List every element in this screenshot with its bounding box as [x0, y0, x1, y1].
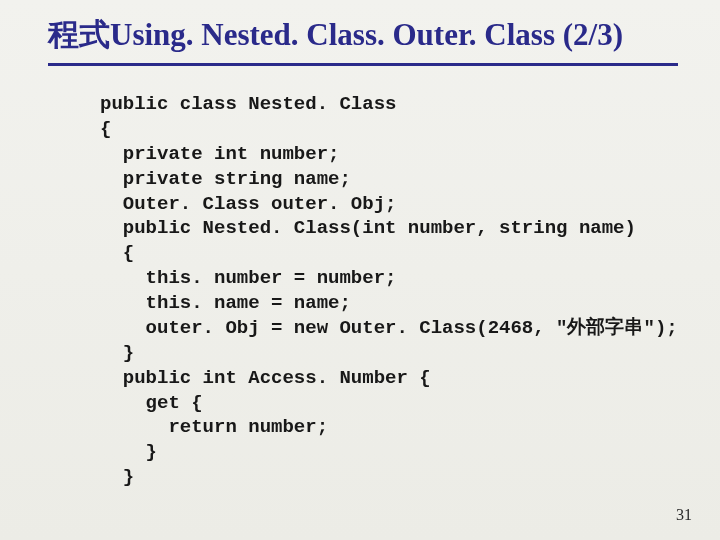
page-number: 31	[676, 506, 692, 524]
slide: 程式Using. Nested. Class. Outer. Class (2/…	[0, 0, 720, 540]
code-block: public class Nested. Class { private int…	[100, 92, 678, 490]
slide-title: 程式Using. Nested. Class. Outer. Class (2/…	[48, 18, 680, 52]
title-underline	[48, 63, 678, 66]
